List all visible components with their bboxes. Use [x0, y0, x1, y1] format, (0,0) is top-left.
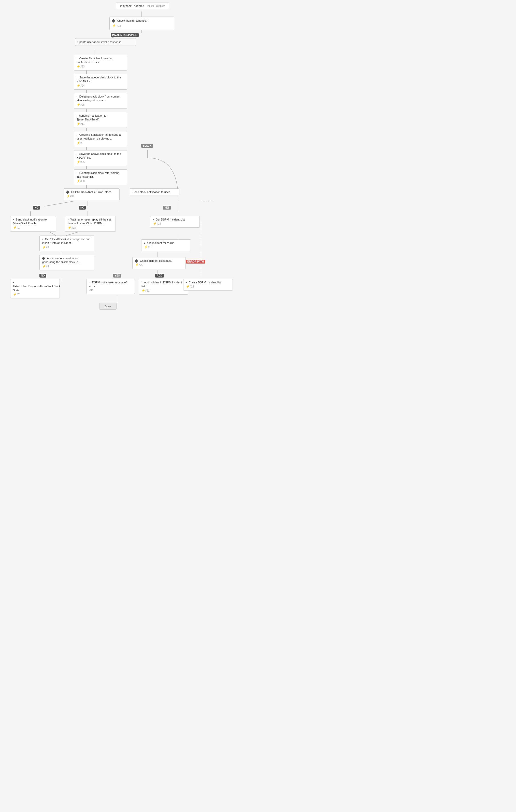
yes-badge-right: YES — [163, 206, 171, 209]
lightning-icon: ⚡ — [68, 226, 71, 229]
lightning-icon: ⚡ — [77, 65, 81, 68]
lightning-icon: ⚡ — [144, 245, 148, 249]
no-badge-left: NO — [33, 206, 40, 209]
lightning-icon: ⚡ — [13, 293, 17, 296]
create-slackblock-list-node: › Create a Slackblock list to send a use… — [74, 131, 127, 147]
delete-slack-block-node-30: › Deleting slack block after saving into… — [74, 169, 127, 185]
lightning-icon: ⚡ — [77, 84, 81, 87]
lightning-icon: ⚡ — [66, 194, 70, 198]
create-slack-block-node: › Create Slack block sending notificatio… — [74, 55, 127, 70]
lightning-icon: ⚡ — [135, 263, 139, 267]
delete-slack-block-node-25a: › Deleting slack block from context afte… — [74, 93, 127, 109]
lightning-icon: ⚡ — [77, 103, 81, 107]
error-path-badge: ERROR PATH — [186, 260, 205, 264]
chevron-icon: › — [13, 218, 14, 221]
add-badge: ADD — [155, 274, 164, 278]
update-user-group: Update user about invalid response — [75, 38, 136, 46]
lightning-icon: ⚡ — [42, 245, 46, 249]
send-slack-notification-node: › Send slack notification to ${userSlack… — [10, 216, 56, 232]
add-incident-rerun-node: › Add incident for re-run ⚡#18 — [141, 239, 191, 251]
lightning-icon: ⚡ — [77, 160, 81, 164]
dspm-check-node: DSPMCheckAndSetErrorEntries ⚡#10 — [64, 188, 120, 200]
chevron-icon: › — [68, 218, 69, 221]
chevron-icon: › — [142, 281, 143, 284]
node-title: Check invalid response? — [117, 19, 148, 22]
diamond-icon — [42, 257, 45, 260]
lightning-icon: ⚡ — [142, 289, 145, 292]
chevron-icon: › — [153, 218, 154, 221]
lightning-icon: ⚡ — [13, 226, 17, 229]
waiting-for-user-node: › Waiting for user replay till the set t… — [65, 216, 116, 232]
lightning-icon: ⚡ — [112, 24, 116, 28]
get-dspm-incident-list-node: › Get DSPM Incident List ⚡#19 — [150, 216, 200, 228]
diamond-icon — [134, 259, 138, 263]
update-user-title: Update user about invalid response — [77, 40, 121, 44]
no-badge-bottom: NO — [39, 274, 46, 278]
chevron-icon: › — [77, 133, 78, 136]
chevron-icon: › — [77, 76, 78, 79]
add-incident-dspm-node: › Add incident in DSPM Incident list ⚡#2… — [139, 279, 188, 295]
invalid-response-badge: INVALID RESPONSE — [111, 33, 139, 37]
chevron-icon: › — [77, 152, 78, 155]
create-dspm-incident-list-node: › Create DSPM Incident list ⚡#22 — [183, 279, 233, 291]
chevron-icon: › — [77, 171, 78, 174]
inputs-outputs-label: Inputs / Outputs — [147, 5, 165, 7]
check-invalid-response-node: Check invalid response? ⚡ #16 — [110, 17, 174, 30]
chevron-icon: › — [144, 241, 145, 244]
lightning-icon: ⚡ — [153, 222, 157, 225]
chevron-icon: › — [13, 281, 14, 284]
chevron-icon: › — [42, 238, 43, 241]
send-slack-notification-user-node: Send slack notification to user — [130, 188, 179, 196]
lightning-icon: ⚡ — [42, 265, 46, 268]
lightning-icon: ⚡ — [77, 122, 81, 125]
check-incident-list-status-node: Check incident list status? ⚡#20 — [132, 257, 186, 269]
chevron-icon: › — [77, 57, 78, 60]
no-badge-right: NO — [79, 206, 86, 209]
done-node: Done — [99, 303, 117, 310]
are-errors-occurred-node: Are errors occurred when generating the … — [39, 255, 94, 270]
node-id: #16 — [117, 24, 121, 27]
svg-line-11 — [44, 201, 74, 206]
chevron-icon: › — [77, 114, 78, 117]
lightning-icon: ⚡ — [186, 285, 190, 288]
diamond-icon — [112, 19, 115, 23]
dspm-notify-user-node: › DSPM notify user in case of error #13 — [87, 279, 135, 294]
trigger-label: Playbook Triggered — [120, 4, 144, 7]
chevron-icon: › — [186, 281, 187, 284]
diamond-icon — [66, 191, 69, 194]
sending-notification-node: › sending notification to ${userSlackEma… — [74, 112, 127, 128]
slack-badge: SLACK — [141, 144, 153, 148]
chevron-icon: › — [77, 95, 78, 98]
chevron-icon: › — [89, 281, 90, 284]
get-slackblock-response-node: › Get SlackBlockBuilder response and ins… — [39, 235, 94, 251]
yes-badge: YES — [113, 274, 121, 278]
trigger-node: Playbook Triggered Inputs / Outputs — [116, 3, 169, 9]
lightning-icon: ⚡ — [77, 179, 81, 183]
lightning-icon: ⚡ — [77, 141, 81, 145]
extract-user-response-node: › ExtractUserResponseFromSlackBlock Stat… — [10, 279, 60, 298]
save-slack-block-node-24: › Save the above slack block to the XSOA… — [74, 74, 127, 90]
save-slack-block-node-25b: › Save the above slack block to the XSOA… — [74, 150, 127, 166]
